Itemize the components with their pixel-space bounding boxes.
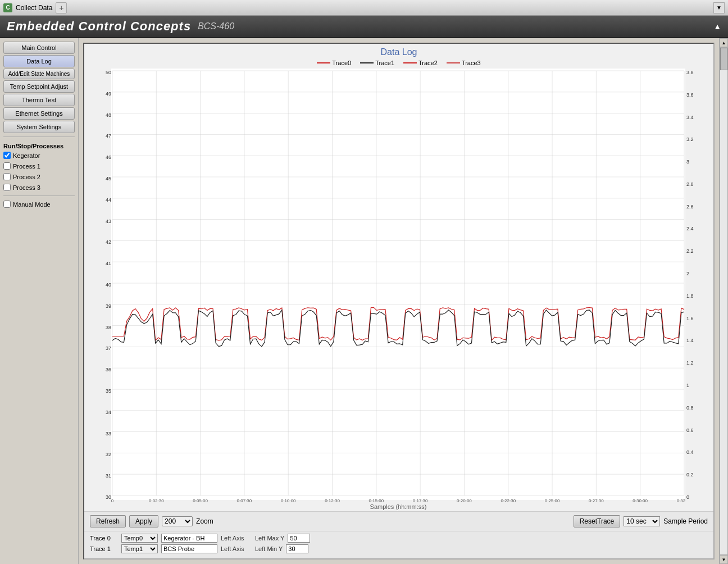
svg-text:0:07:30: 0:07:30 bbox=[237, 498, 252, 503]
svg-text:0:17:30: 0:17:30 bbox=[413, 498, 428, 503]
main-layout: Main Control Data Log Add/Edit State Mac… bbox=[0, 38, 728, 564]
svg-text:0:30:00: 0:30:00 bbox=[633, 498, 648, 503]
legend-trace3: Trace3 bbox=[447, 60, 481, 66]
sample-period-label: Sample Period bbox=[663, 517, 708, 525]
svg-text:0:05:00: 0:05:00 bbox=[193, 498, 208, 503]
checkbox-kegerator-label: Kegerator bbox=[13, 152, 40, 159]
sidebar-divider bbox=[3, 137, 75, 137]
sidebar-item-ethernet-settings[interactable]: Ethernet Settings bbox=[3, 107, 75, 120]
sample-period-select[interactable]: 1 sec 5 sec 10 sec 30 sec 1 min bbox=[624, 516, 660, 526]
chart-svg-container: 00:02:300:05:000:07:300:10:000:12:300:15… bbox=[111, 69, 685, 511]
title-bar: C Collect Data + ▼ bbox=[0, 0, 728, 16]
scroll-thumb[interactable] bbox=[720, 48, 727, 70]
chart-area: Trace0 and Trace1 50 49 48 47 46 45 44 4… bbox=[84, 69, 713, 511]
right-y-axis: 3.8 3.6 3.4 3.2 3 2.8 2.6 2.4 2.2 2 1.8 … bbox=[686, 69, 702, 511]
left-axis-label-container: Trace0 and Trace1 bbox=[84, 69, 95, 511]
trace1-axis-label: Left Axis bbox=[221, 545, 252, 552]
sidebar-item-main-control[interactable]: Main Control bbox=[3, 42, 75, 54]
right-axis-label-container: Trace2 and Trace3 bbox=[702, 69, 713, 511]
sidebar: Main Control Data Log Add/Edit State Mac… bbox=[0, 38, 79, 564]
svg-text:0:12:30: 0:12:30 bbox=[325, 498, 340, 503]
legend-label-trace3: Trace3 bbox=[462, 60, 481, 66]
checkbox-kegerator[interactable]: Kegerator bbox=[3, 152, 75, 159]
app-subtitle: BCS-460 bbox=[198, 21, 234, 31]
trace-row-1: Trace 1 Temp0 Temp1 Temp2 Temp3 Left Axi… bbox=[90, 544, 708, 553]
sidebar-item-add-edit-state-machines[interactable]: Add/Edit State Machines bbox=[3, 69, 75, 79]
run-stop-label: Run/Stop/Processes bbox=[3, 143, 75, 149]
chart-legend: Trace0 Trace1 Trace2 Trace3 bbox=[84, 58, 713, 69]
legend-line-trace3 bbox=[447, 62, 460, 63]
content-area: Data Log Trace0 Trace1 Trace2 Trace3 bbox=[79, 38, 719, 564]
zoom-label: Zoom bbox=[196, 517, 213, 525]
sidebar-divider-2 bbox=[3, 195, 75, 196]
trace0-label: Trace 0 bbox=[90, 535, 118, 542]
legend-line-trace1 bbox=[360, 62, 374, 63]
trace1-name-input[interactable] bbox=[161, 544, 217, 553]
legend-trace0: Trace0 bbox=[317, 60, 351, 66]
legend-label-trace1: Trace1 bbox=[375, 60, 394, 66]
app-header: Embedded Control Concepts BCS-460 ▲ bbox=[0, 16, 728, 38]
svg-text:0:10:00: 0:10:00 bbox=[281, 498, 296, 503]
title-bar-text: Collect Data bbox=[16, 4, 52, 12]
trace0-max-label: Left Max Y bbox=[255, 535, 284, 542]
legend-trace1: Trace1 bbox=[360, 60, 394, 66]
trace0-axis-label: Left Axis bbox=[221, 535, 252, 542]
trace-row-0: Trace 0 Temp0 Temp1 Temp2 Temp3 Left Axi… bbox=[90, 534, 708, 543]
sidebar-item-system-settings[interactable]: System Settings bbox=[3, 121, 75, 133]
legend-line-trace2 bbox=[403, 62, 417, 63]
svg-text:0:02:30: 0:02:30 bbox=[149, 498, 164, 503]
scroll-track[interactable] bbox=[720, 47, 728, 555]
chart-svg: 00:02:300:05:000:07:300:10:000:12:300:15… bbox=[111, 69, 685, 511]
trace0-channel-select[interactable]: Temp0 Temp1 Temp2 Temp3 bbox=[121, 534, 158, 543]
new-tab-button[interactable]: + bbox=[56, 2, 67, 13]
svg-text:0:27:30: 0:27:30 bbox=[589, 498, 604, 503]
legend-line-trace0 bbox=[317, 62, 330, 63]
checkbox-process2[interactable]: Process 2 bbox=[3, 173, 75, 180]
app-icon: C bbox=[3, 3, 12, 12]
trace1-label: Trace 1 bbox=[90, 545, 118, 552]
trace0-max-value[interactable] bbox=[288, 534, 310, 543]
checkbox-process3-label: Process 3 bbox=[13, 184, 40, 191]
scroll-up-button[interactable]: ▲ bbox=[720, 38, 728, 47]
trace-rows: Trace 0 Temp0 Temp1 Temp2 Temp3 Left Axi… bbox=[84, 531, 713, 558]
horizontal-grid bbox=[112, 71, 684, 495]
scroll-up-arrow[interactable]: ▲ bbox=[713, 22, 721, 31]
svg-text:0: 0 bbox=[111, 498, 114, 503]
trace1-min-value[interactable] bbox=[286, 544, 308, 553]
checkbox-process1-label: Process 1 bbox=[13, 163, 40, 170]
legend-label-trace0: Trace0 bbox=[332, 60, 351, 66]
refresh-button[interactable]: Refresh bbox=[90, 515, 126, 527]
zoom-select[interactable]: 50 100 200 500 bbox=[162, 516, 193, 526]
checkbox-manual-mode[interactable]: Manual Mode bbox=[3, 201, 75, 208]
svg-text:0:20:00: 0:20:00 bbox=[457, 498, 472, 503]
scroll-down-button[interactable]: ▼ bbox=[720, 555, 728, 564]
legend-label-trace2: Trace2 bbox=[418, 60, 438, 66]
legend-trace2: Trace2 bbox=[403, 60, 438, 66]
controls-bar: Refresh Apply 50 100 200 500 Zoom ResetT… bbox=[84, 511, 713, 531]
svg-text:0:15:00: 0:15:00 bbox=[368, 498, 384, 503]
chart-background bbox=[111, 69, 685, 500]
sidebar-item-temp-setpoint-adjust[interactable]: Temp Setpoint Adjust bbox=[3, 80, 75, 93]
sidebar-item-thermo-test[interactable]: Thermo Test bbox=[3, 94, 75, 106]
checkbox-process1[interactable]: Process 1 bbox=[3, 162, 75, 170]
trace0-name-input[interactable] bbox=[161, 534, 217, 543]
svg-text:0:22:30: 0:22:30 bbox=[501, 498, 516, 503]
right-scrollbar: ▲ ▼ bbox=[719, 38, 728, 564]
chart-title: Data Log bbox=[84, 44, 713, 58]
sidebar-item-data-log[interactable]: Data Log bbox=[3, 55, 75, 67]
left-y-axis: 50 49 48 47 46 45 44 43 42 41 40 39 38 3… bbox=[95, 69, 111, 511]
checkbox-process3[interactable]: Process 3 bbox=[3, 184, 75, 191]
title-bar-close-button[interactable]: ▼ bbox=[713, 2, 725, 13]
checkbox-manual-mode-label: Manual Mode bbox=[13, 201, 51, 208]
checkbox-process2-label: Process 2 bbox=[13, 174, 40, 180]
svg-text:0:25:00: 0:25:00 bbox=[545, 498, 560, 503]
trace1-channel-select[interactable]: Temp0 Temp1 Temp2 Temp3 bbox=[121, 544, 158, 553]
apply-button[interactable]: Apply bbox=[129, 515, 158, 527]
svg-text:0:32:30: 0:32:30 bbox=[677, 498, 685, 503]
trace1-min-label: Left Min Y bbox=[255, 545, 283, 552]
reset-trace-button[interactable]: ResetTrace bbox=[574, 515, 621, 527]
x-axis-title: Samples (hh:mm:ss) bbox=[370, 503, 427, 510]
chart-panel: Data Log Trace0 Trace1 Trace2 Trace3 bbox=[83, 43, 715, 560]
app-title: Embedded Control Concepts bbox=[7, 19, 191, 34]
